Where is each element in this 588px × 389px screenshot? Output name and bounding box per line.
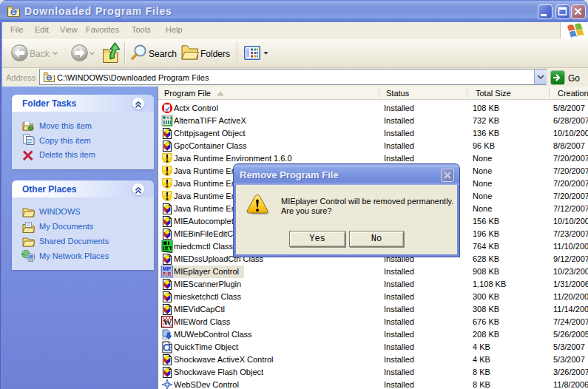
svg-text:P:R: P:R [163, 271, 172, 277]
svg-text:W: W [163, 317, 172, 328]
svg-text:MIF: MIF [163, 266, 171, 271]
